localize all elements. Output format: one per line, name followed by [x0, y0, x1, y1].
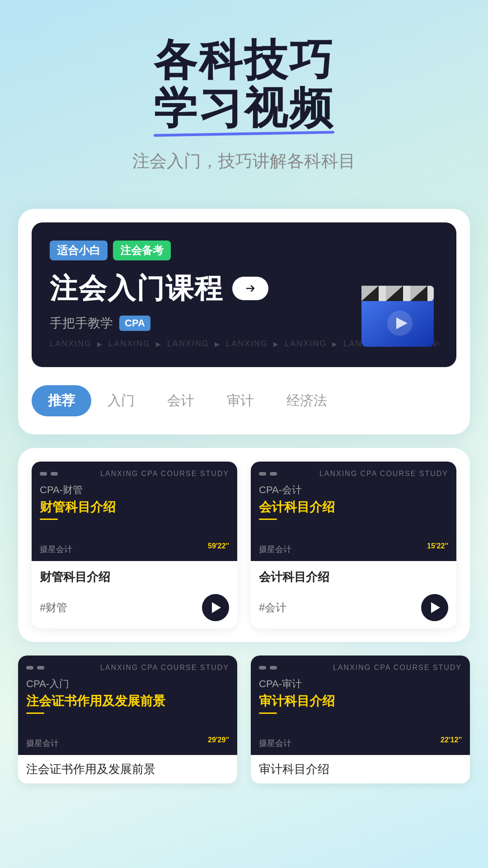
dot3 [259, 472, 266, 476]
thumb-category-2: CPA-会计 [259, 483, 448, 497]
thumb-video-title-3: 注会证书作用及发展前景 [26, 693, 229, 709]
tag-beginner: 适合小白 [50, 241, 108, 260]
dot8 [270, 666, 277, 670]
hero-section: 各科技巧 学习视频 注会入门，技巧讲解各科科目 [0, 0, 488, 191]
thumb-divider-3 [26, 712, 44, 714]
video-card-rumen[interactable]: LANXING CPA COURSE STUDY CPA-入门 注会证书作用及发… [18, 656, 237, 783]
thumb-uploader-3: 摄星会计 [26, 738, 59, 749]
partial-thumb-rumen: LANXING CPA COURSE STUDY CPA-入门 注会证书作用及发… [18, 656, 237, 755]
thumb-video-title-2: 会计科目介绍 [259, 500, 448, 515]
card-tag-1: #财管 [40, 600, 67, 615]
hero-title: 各科技巧 学习视频 [27, 36, 461, 132]
tab-bar: 推荐 入门 会计 审计 经济法 [32, 381, 456, 421]
thumb-category-3: CPA-入门 [26, 677, 229, 691]
tab-economic-law[interactable]: 经济法 [270, 385, 343, 416]
thumb-duration-1: 59'22'' [208, 542, 229, 555]
video-card-shenji[interactable]: LANXING CPA COURSE STUDY CPA-审计 审计科目介绍 摄… [251, 656, 470, 783]
tab-recommended[interactable]: 推荐 [32, 385, 91, 416]
dot4 [270, 472, 277, 476]
thumb-duration-2: 15'22'' [427, 542, 448, 555]
banner-tags: 适合小白 注会备考 [50, 241, 438, 260]
card-title-2: 会计科目介绍 [259, 569, 448, 585]
video-thumb-caiguan: LANXING CPA COURSE STUDY CPA-财管 财管科目介绍 摄… [32, 462, 237, 561]
dot6 [37, 666, 44, 670]
thumb-uploader-1: 摄星会计 [40, 544, 72, 555]
thumb-divider-1 [40, 519, 58, 520]
course-banner[interactable]: 适合小白 注会备考 注会入门课程 手把手教学 CPA LANXING ▶ LAN… [32, 222, 456, 367]
video-cards-grid: LANXING CPA COURSE STUDY CPA-财管 财管科目介绍 摄… [32, 462, 456, 628]
hero-subtitle: 注会入门，技巧讲解各科科目 [27, 150, 461, 173]
thumb-brand-2: LANXING CPA COURSE STUDY [319, 470, 448, 478]
thumb-brand-3: LANXING CPA COURSE STUDY [100, 664, 229, 672]
tab-accounting[interactable]: 会计 [151, 385, 211, 416]
thumb-brand-4: LANXING CPA COURSE STUDY [333, 664, 462, 672]
video-cards-section: LANXING CPA COURSE STUDY CPA-财管 财管科目介绍 摄… [18, 448, 470, 642]
thumb-uploader-4: 摄星会计 [259, 738, 291, 749]
card-info-1: 财管科目介绍 #财管 [32, 561, 237, 628]
banner-arrow-button[interactable] [232, 277, 268, 300]
thumb-video-title-4: 审计科目介绍 [259, 693, 462, 709]
tab-audit[interactable]: 审计 [211, 385, 270, 416]
video-card-kuaiji[interactable]: LANXING CPA COURSE STUDY CPA-会计 会计科目介绍 摄… [251, 462, 456, 628]
thumb-duration-4: 22'12'' [441, 736, 462, 749]
video-card-caiguan[interactable]: LANXING CPA COURSE STUDY CPA-财管 财管科目介绍 摄… [32, 462, 237, 628]
card-tag-2: #会计 [259, 600, 286, 615]
bottom-cards-grid: LANXING CPA COURSE STUDY CPA-入门 注会证书作用及发… [18, 656, 470, 783]
thumb-divider-4 [259, 712, 277, 714]
thumb-divider-2 [259, 519, 277, 520]
tab-beginner[interactable]: 入门 [91, 385, 151, 416]
cpa-badge: CPA [119, 316, 150, 331]
partial-thumb-shenji: LANXING CPA COURSE STUDY CPA-审计 审计科目介绍 摄… [251, 656, 470, 755]
card-info-2: 会计科目介绍 #会计 [251, 561, 456, 628]
thumb-duration-3: 29'29'' [208, 736, 229, 749]
partial-title-2: 审计科目介绍 [259, 761, 462, 777]
dot1 [40, 472, 47, 476]
play-button-2[interactable] [421, 594, 448, 621]
banner-title: 注会入门课程 [50, 269, 223, 307]
thumb-category-1: CPA-财管 [40, 483, 229, 497]
dot7 [259, 666, 266, 670]
partial-info-2: 审计科目介绍 [251, 755, 470, 783]
thumb-uploader-2: 摄星会计 [259, 544, 291, 555]
dot2 [51, 472, 58, 476]
thumb-brand-1: LANXING CPA COURSE STUDY [100, 470, 229, 478]
partial-info-1: 注会证书作用及发展前景 [18, 755, 237, 783]
clapperboard-icon [352, 263, 443, 354]
partial-title-1: 注会证书作用及发展前景 [26, 761, 229, 777]
card-title-1: 财管科目介绍 [40, 569, 229, 585]
main-card: 适合小白 注会备考 注会入门课程 手把手教学 CPA LANXING ▶ LAN… [18, 209, 470, 434]
thumb-video-title-1: 财管科目介绍 [40, 500, 229, 515]
play-button-1[interactable] [202, 594, 229, 621]
tag-exam: 注会备考 [113, 241, 171, 260]
thumb-category-4: CPA-审计 [259, 677, 462, 691]
video-thumb-kuaiji: LANXING CPA COURSE STUDY CPA-会计 会计科目介绍 摄… [251, 462, 456, 561]
dot5 [26, 666, 33, 670]
banner-subtitle: 手把手教学 [50, 315, 113, 332]
